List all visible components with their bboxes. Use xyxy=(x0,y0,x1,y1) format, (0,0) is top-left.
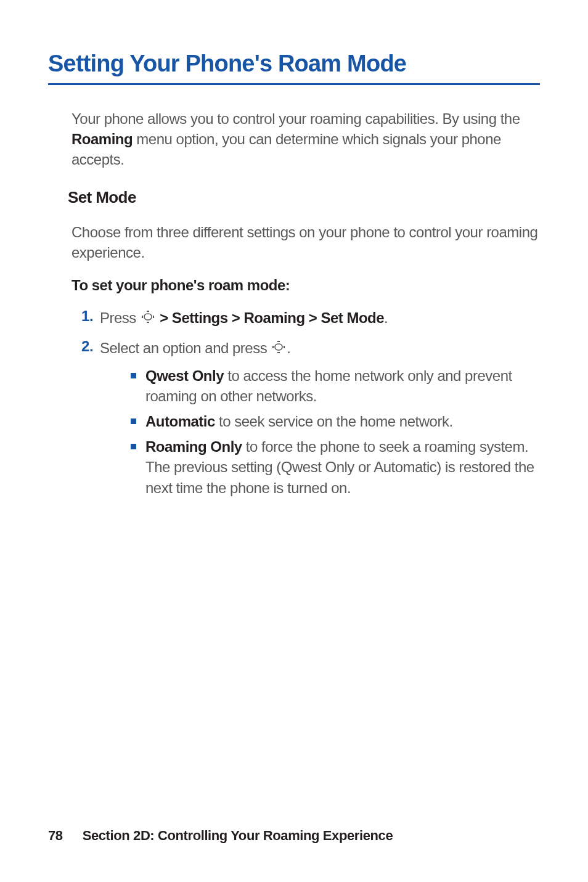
bullet-automatic: Automatic to seek service on the home ne… xyxy=(131,411,540,431)
svg-rect-9 xyxy=(275,344,282,350)
bullet-roaming-only: Roaming Only to force the phone to seek … xyxy=(131,436,540,497)
bullet-qwest-only-bold: Qwest Only xyxy=(145,367,224,384)
intro-bold-roaming: Roaming xyxy=(71,131,133,147)
svg-rect-5 xyxy=(272,346,274,348)
steps-list: 1. Press > Settings > Roaming > Set Mode… xyxy=(71,308,540,503)
sub-intro-paragraph: Choose from three different settings on … xyxy=(71,222,540,263)
page-footer: 78Section 2D: Controlling Your Roaming E… xyxy=(48,828,393,844)
footer-section: Section 2D: Controlling Your Roaming Exp… xyxy=(83,828,393,843)
svg-rect-8 xyxy=(277,352,280,353)
svg-rect-0 xyxy=(142,316,143,318)
bullet-automatic-bold: Automatic xyxy=(145,413,215,430)
intro-paragraph: Your phone allows you to control your ro… xyxy=(71,108,540,169)
nav-key-icon xyxy=(272,338,285,358)
title-divider xyxy=(48,83,540,85)
step-2-pre: Select an option and press xyxy=(100,340,271,356)
page-number: 78 xyxy=(48,828,63,844)
svg-rect-6 xyxy=(284,346,285,348)
step-2-body: Select an option and press . Qwest Only … xyxy=(100,338,540,503)
svg-rect-3 xyxy=(147,322,149,323)
svg-rect-2 xyxy=(147,311,149,312)
step-1: 1. Press > Settings > Roaming > Set Mode… xyxy=(71,308,540,329)
bullet-roaming-only-bold: Roaming Only xyxy=(145,438,242,455)
step-1-number: 1. xyxy=(71,308,100,329)
step-2-post: . xyxy=(287,340,290,356)
step-1-pre: Press xyxy=(100,309,140,326)
intro-text-part1: Your phone allows you to control your ro… xyxy=(71,110,520,127)
bullet-qwest-only: Qwest Only to access the home network on… xyxy=(131,365,540,406)
page-title: Setting Your Phone's Roam Mode xyxy=(48,51,540,77)
content-area: Your phone allows you to control your ro… xyxy=(48,108,540,503)
step-2-number: 2. xyxy=(71,338,100,503)
step-2-bullets: Qwest Only to access the home network on… xyxy=(100,365,540,498)
instruction-label: To set your phone's roam mode: xyxy=(71,277,540,294)
bullet-automatic-rest: to seek service on the home network. xyxy=(215,413,453,430)
step-1-post: . xyxy=(384,309,388,326)
step-1-body: Press > Settings > Roaming > Set Mode. xyxy=(100,308,540,329)
subheading-set-mode: Set Mode xyxy=(68,188,540,207)
svg-rect-1 xyxy=(153,316,154,318)
step-1-bold: > Settings > Roaming > Set Mode xyxy=(156,309,384,326)
step-2: 2. Select an option and press . Qwest On… xyxy=(71,338,540,503)
svg-rect-7 xyxy=(277,341,280,342)
svg-rect-4 xyxy=(144,314,152,320)
nav-key-icon xyxy=(141,308,155,328)
intro-text-part2: menu option, you can determine which sig… xyxy=(71,131,501,168)
